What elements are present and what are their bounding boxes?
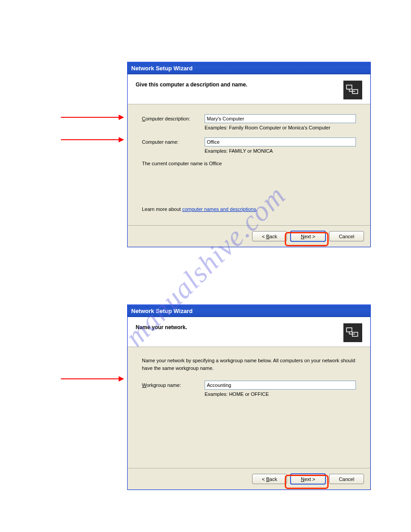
cancel-button[interactable]: Cancel — [329, 231, 364, 241]
description-example-row: Examples: Family Room Computer or Monica… — [142, 125, 356, 130]
network-setup-dialog-1: Network Setup Wizard Give this computer … — [127, 62, 371, 247]
workgroup-row: Workgroup name: — [142, 381, 356, 390]
dialog-footer: < Back Next > Cancel — [128, 225, 370, 247]
dialog-header: Name your network. — [128, 317, 370, 347]
svg-rect-0 — [347, 85, 352, 89]
learn-more-line: Learn more about computer names and desc… — [142, 206, 356, 212]
name-example-row: Examples: FAMILY or MONICA — [142, 148, 356, 154]
dialog-footer: < Back Next > Cancel — [128, 468, 370, 489]
arrow-indicator — [61, 378, 124, 379]
description-input[interactable] — [205, 114, 356, 123]
workgroup-example-row: Examples: HOME or OFFICE — [142, 391, 356, 397]
dialog-body: Name your network by specifying a workgr… — [128, 347, 370, 468]
network-setup-dialog-2: Network Setup Wizard Name your network. … — [127, 305, 371, 490]
name-row: Computer name: — [142, 137, 356, 146]
network-icon — [343, 81, 362, 99]
name-example: Examples: FAMILY or MONICA — [205, 148, 356, 154]
description-label: Computer description: — [142, 116, 205, 121]
dialog-heading: Name your network. — [136, 323, 187, 330]
workgroup-label: Workgroup name: — [142, 382, 205, 388]
learn-more-link[interactable]: computer names and descriptions — [182, 206, 256, 212]
dialog-titlebar: Network Setup Wizard — [128, 62, 370, 74]
cancel-button[interactable]: Cancel — [329, 474, 364, 484]
arrow-indicator — [61, 139, 124, 140]
dialog-body: Computer description: Examples: Family R… — [128, 104, 370, 225]
network-icon — [343, 323, 362, 342]
back-button[interactable]: < Back — [252, 474, 287, 484]
current-name-text: The current computer name is Office — [142, 161, 356, 166]
intro-text: Name your network by specifying a workgr… — [142, 357, 356, 372]
dialog-titlebar: Network Setup Wizard — [128, 305, 370, 317]
name-input[interactable] — [205, 137, 356, 146]
dialog-header: Give this computer a description and nam… — [128, 74, 370, 104]
description-row: Computer description: — [142, 114, 356, 123]
name-label: Computer name: — [142, 139, 205, 145]
next-button[interactable]: Next > — [291, 474, 325, 484]
workgroup-example: Examples: HOME or OFFICE — [205, 391, 356, 397]
next-button[interactable]: Next > — [291, 231, 325, 241]
back-button[interactable]: < Back — [252, 231, 287, 241]
dialog-heading: Give this computer a description and nam… — [136, 81, 247, 88]
workgroup-input[interactable] — [205, 381, 356, 390]
svg-rect-4 — [347, 328, 352, 332]
description-example: Examples: Family Room Computer or Monica… — [205, 125, 356, 130]
arrow-indicator — [61, 117, 124, 118]
